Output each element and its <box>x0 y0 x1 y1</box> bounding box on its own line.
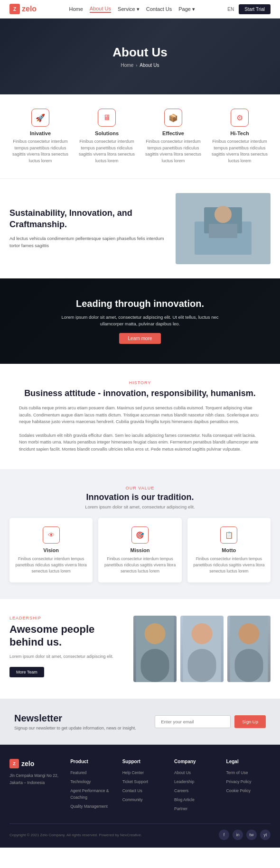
footer-company-links: About Us Leadership Careers Blog Article… <box>174 769 218 812</box>
feature-title-0: Inivative <box>9 130 71 136</box>
history-section: History Business attitude - innovation, … <box>0 364 280 469</box>
svg-point-3 <box>215 206 232 223</box>
feature-rocket-icon: 🚀 <box>31 109 49 127</box>
nav-home[interactable]: Home <box>69 6 83 12</box>
svg-point-12 <box>238 623 259 644</box>
features-section: 🚀 Inivative Finibus consectetur interdum… <box>0 94 280 178</box>
about-desc: Ad lectus vehicula condimentum pellentes… <box>9 235 166 249</box>
value-card-motto: 📋 Motto Finibus consectetur interdum tem… <box>187 518 271 582</box>
svg-point-6 <box>144 623 165 644</box>
navbar-right: EN Start Trial <box>227 4 271 14</box>
footer-link-leadership[interactable]: Leadership <box>174 779 194 784</box>
footer-support-links: Help Center Ticket Support Contact Us Co… <box>122 769 167 803</box>
feature-innovative: 🚀 Inivative Finibus consectetur interdum… <box>9 109 71 164</box>
vision-title: Vision <box>15 547 87 553</box>
innovation-heading: Leading through innovation. <box>76 298 204 309</box>
team-desc: Lorem ipsum dolor sit amet, consectetur … <box>9 653 124 660</box>
logo-text: zelo <box>22 5 37 13</box>
history-desc: Duis cubilia neque primis arcu etiam pos… <box>19 405 261 452</box>
nav-page[interactable]: Page ▾ <box>178 6 195 12</box>
about-section: Sustainability, Innovation, and Craftman… <box>0 179 280 278</box>
motto-desc: Finibus consectetur interdum tempus pane… <box>193 556 265 574</box>
footer-logo: Z zelo <box>9 759 63 768</box>
breadcrumb-home[interactable]: Home <box>121 63 134 68</box>
value-card-mission: 🎯 Mission Finibus consectetur interdum t… <box>98 518 181 582</box>
innovation-desc: Lorem ipsum dolor sit amet, consectetur … <box>50 314 230 328</box>
nav-links: Home About Us Service ▾ Contact Us Page … <box>69 6 195 13</box>
footer-product-heading: Product <box>70 759 114 764</box>
mission-title: Mission <box>104 547 176 553</box>
svg-point-9 <box>191 623 212 644</box>
footer-col-support: Support Help Center Ticket Support Conta… <box>122 759 167 814</box>
team-photo-1 <box>133 616 177 682</box>
team-section: Leadership Awesome people behind us. Lor… <box>0 599 280 699</box>
feature-desc-0: Finibus consectetur interdum tempus pane… <box>9 139 71 164</box>
team-label: Leadership <box>9 616 124 620</box>
values-cards: 👁 Vision Finibus consectetur interdum te… <box>9 518 271 582</box>
email-input[interactable] <box>155 715 231 728</box>
vision-icon: 👁 <box>43 526 60 544</box>
innovation-banner: Leading through innovation. Lorem ipsum … <box>0 278 280 364</box>
footer-link-aboutus[interactable]: About Us <box>174 770 191 775</box>
twitter-icon[interactable]: tw <box>246 830 257 840</box>
footer-link-community[interactable]: Community <box>122 797 143 802</box>
breadcrumb-current: About Us <box>140 63 159 68</box>
start-trial-button[interactable]: Start Trial <box>239 4 271 14</box>
facebook-icon[interactable]: f <box>219 830 229 840</box>
language-selector[interactable]: EN <box>227 7 234 12</box>
feature-solutions: 🖥 Solutions Finibus consectetur interdum… <box>76 109 138 164</box>
footer-link-terms[interactable]: Term of Use <box>226 770 248 775</box>
more-team-button[interactable]: More Team <box>9 667 44 677</box>
signup-button[interactable]: Sign Up <box>234 715 266 728</box>
newsletter-form: Sign Up <box>155 715 266 728</box>
footer-link-technology[interactable]: Technology <box>70 779 91 784</box>
breadcrumb: Home › About Us <box>121 63 159 68</box>
footer-product-links: Featured Technology Agent Performance & … <box>70 769 114 809</box>
about-text: Sustainability, Innovation, and Craftman… <box>9 208 166 249</box>
footer-link-cookie[interactable]: Cookie Policy <box>226 788 251 793</box>
learn-more-button[interactable]: Learn more <box>119 333 160 344</box>
footer-col-company: Company About Us Leadership Careers Blog… <box>174 759 218 814</box>
footer-link-quality[interactable]: Quality Management <box>70 804 107 809</box>
footer-link-agent[interactable]: Agent Performance & Coaching <box>70 788 109 800</box>
newsletter-desc: Signup our newsletter to get update info… <box>14 726 145 730</box>
mission-desc: Finibus consectetur interdum tempus pane… <box>104 556 176 574</box>
svg-rect-10 <box>187 649 216 682</box>
footer-legal-heading: Legal <box>226 759 271 764</box>
footer-link-helpcenter[interactable]: Help Center <box>122 770 144 775</box>
feature-screen-icon: 🖥 <box>98 109 116 127</box>
youtube-icon[interactable]: yt <box>260 830 271 840</box>
footer-legal-links: Term of Use Privacy Policy Cookie Policy <box>226 769 271 794</box>
values-heading: Innovation is our tradition. <box>9 492 271 502</box>
about-image-inner <box>176 193 271 264</box>
footer-top: Z zelo Jln Cempaka Wangi No 22, Jakarta … <box>9 759 271 814</box>
footer-link-careers[interactable]: Careers <box>174 788 188 793</box>
nav-contact[interactable]: Contact Us <box>146 6 172 12</box>
footer-link-blog[interactable]: Blog Article <box>174 797 195 802</box>
history-label: History <box>19 380 261 385</box>
values-subtitle: Lorem ipsum dolor sit amet, consectetur … <box>9 504 271 509</box>
instagram-icon[interactable]: in <box>233 830 243 840</box>
svg-rect-7 <box>140 649 169 682</box>
feature-title-1: Solutions <box>76 130 138 136</box>
feature-gear-icon: ⚙ <box>231 109 249 127</box>
team-photos <box>133 616 271 682</box>
newsletter-heading: Newsletter <box>14 713 145 724</box>
footer-address: Jln Cempaka Wangi No 22, Jakarta – Indon… <box>9 772 63 786</box>
footer-link-featured[interactable]: Featured <box>70 770 86 775</box>
logo[interactable]: Z zelo <box>9 4 37 14</box>
nav-about[interactable]: About Us <box>90 6 111 13</box>
nav-service[interactable]: Service ▾ <box>118 6 140 12</box>
feature-box-icon: 📦 <box>164 109 182 127</box>
footer-link-privacy[interactable]: Privacy Policy <box>226 779 252 784</box>
value-card-vision: 👁 Vision Finibus consectetur interdum te… <box>9 518 93 582</box>
footer-link-contact[interactable]: Contact Us <box>122 788 142 793</box>
svg-rect-4 <box>209 224 237 238</box>
footer-support-heading: Support <box>122 759 167 764</box>
about-image <box>176 193 271 264</box>
footer-link-ticket[interactable]: Ticket Support <box>122 779 149 784</box>
team-photo-2 <box>180 616 224 682</box>
feature-desc-1: Finibus consectetur interdum tempus pane… <box>76 139 138 164</box>
values-label: Our Value <box>9 486 271 490</box>
footer-link-partner[interactable]: Partner <box>174 806 187 811</box>
